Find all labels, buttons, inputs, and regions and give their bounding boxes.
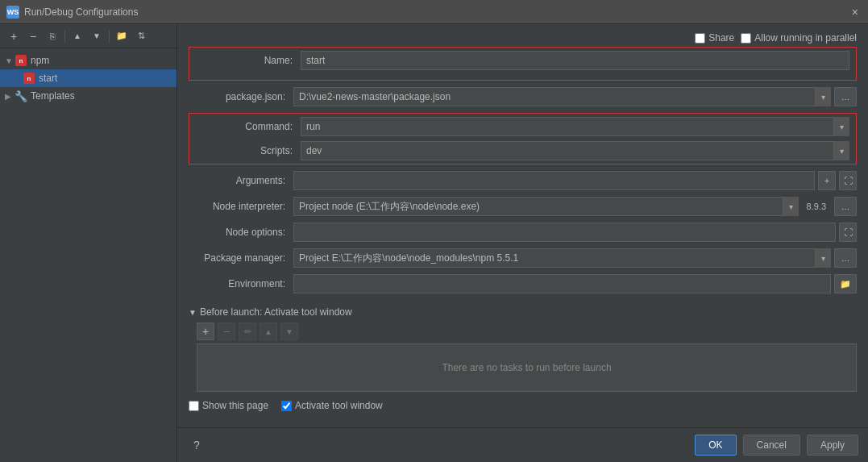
npm-group-label: npm bbox=[31, 55, 49, 66]
templates-expand-arrow: ▶ bbox=[5, 92, 15, 101]
show-page-checkbox-group: Show this page bbox=[189, 400, 268, 411]
command-form-row: Command: run install update test ▾ bbox=[196, 117, 849, 136]
show-page-label: Show this page bbox=[202, 400, 268, 411]
templates-label: Templates bbox=[31, 90, 75, 102]
command-control: run install update test ▾ bbox=[301, 117, 849, 136]
node-options-input[interactable] bbox=[293, 223, 836, 242]
right-content: Share Allow running in parallel Name: bbox=[177, 24, 868, 427]
scripts-form-row: Scripts: dev build test ▾ bbox=[196, 141, 849, 160]
before-launch-add-button[interactable]: + bbox=[197, 323, 214, 340]
start-label: start bbox=[39, 73, 57, 84]
before-launch-edit-button[interactable]: ✏ bbox=[239, 323, 256, 340]
npm-expand-arrow: ▼ bbox=[5, 56, 15, 65]
show-page-checkbox[interactable] bbox=[189, 401, 199, 411]
right-panel: Share Allow running in parallel Name: bbox=[177, 24, 868, 462]
scripts-label: Scripts: bbox=[196, 145, 301, 156]
arguments-expand-button[interactable]: + bbox=[818, 171, 836, 190]
package-manager-control: Project E:\工作内容\node\node_modules\npm 5.… bbox=[293, 248, 857, 268]
command-select[interactable]: run install update test bbox=[301, 117, 849, 136]
command-label: Command: bbox=[196, 121, 301, 132]
package-json-row: package.json: D:\vue2-news-master\packag… bbox=[189, 87, 857, 106]
allow-parallel-label: Allow running in parallel bbox=[754, 32, 857, 44]
no-tasks-message: There are no tasks to run before launch bbox=[197, 343, 857, 392]
toolbar-separator bbox=[64, 30, 65, 43]
tree-start-item[interactable]: n start bbox=[0, 69, 177, 87]
remove-config-button[interactable]: − bbox=[24, 27, 42, 45]
app-icon: WS bbox=[6, 6, 19, 19]
node-options-label: Node options: bbox=[189, 227, 293, 238]
package-json-control: D:\vue2-news-master\package.json ▾ … bbox=[293, 87, 857, 106]
share-checkbox-group: Share bbox=[695, 32, 734, 44]
help-button[interactable]: ? bbox=[187, 435, 206, 455]
node-interpreter-select-wrapper: Project node (E:\工作内容\node\node.exe) ▾ bbox=[293, 197, 799, 216]
node-version-label: 8.9.3 bbox=[802, 202, 831, 211]
scripts-select-wrapper: dev build test ▾ bbox=[301, 141, 849, 160]
close-button[interactable]: × bbox=[849, 6, 862, 19]
sort-button[interactable]: ⇅ bbox=[132, 27, 150, 45]
environment-control: 📁 bbox=[293, 274, 857, 293]
left-toolbar: + − ⎘ ▲ ▼ 📁 ⇅ bbox=[0, 24, 177, 48]
arguments-input[interactable] bbox=[293, 171, 815, 190]
ok-button[interactable]: OK bbox=[695, 435, 736, 456]
share-row: Share Allow running in parallel bbox=[189, 32, 857, 44]
scripts-control: dev build test ▾ bbox=[301, 141, 849, 160]
tree-templates-item[interactable]: ▶ 🔧 Templates bbox=[0, 87, 177, 105]
start-npm-icon: n bbox=[23, 72, 35, 85]
config-tree: ▼ n npm n start ▶ 🔧 Templat bbox=[0, 48, 177, 462]
package-manager-row: Package manager: Project E:\工作内容\node\no… bbox=[189, 248, 857, 268]
before-launch-collapse-arrow[interactable]: ▼ bbox=[189, 308, 197, 317]
package-manager-label: Package manager: bbox=[189, 252, 293, 264]
scripts-select[interactable]: dev build test bbox=[301, 141, 849, 160]
before-launch-up-button[interactable]: ▲ bbox=[260, 323, 277, 340]
allow-parallel-checkbox-group: Allow running in parallel bbox=[741, 32, 857, 44]
command-select-wrapper: run install update test ▾ bbox=[301, 117, 849, 136]
name-section: Name: bbox=[189, 47, 857, 81]
node-interpreter-browse-button[interactable]: … bbox=[834, 197, 857, 216]
package-json-select[interactable]: D:\vue2-news-master\package.json bbox=[293, 87, 831, 106]
arguments-control: + ⛶ bbox=[293, 171, 857, 190]
node-interpreter-control: Project node (E:\工作内容\node\node.exe) ▾ 8… bbox=[293, 197, 857, 216]
move-up-button[interactable]: ▲ bbox=[69, 27, 86, 45]
name-input[interactable] bbox=[301, 51, 849, 70]
node-options-row: Node options: ⛶ bbox=[189, 223, 857, 242]
apply-button[interactable]: Apply bbox=[807, 435, 858, 456]
add-folder-button[interactable]: 📁 bbox=[113, 27, 131, 45]
package-json-browse-button[interactable]: … bbox=[834, 87, 857, 106]
name-label: Name: bbox=[196, 55, 301, 66]
dialog-content: + − ⎘ ▲ ▼ 📁 ⇅ ▼ n npm bbox=[0, 24, 868, 462]
package-manager-browse-button[interactable]: … bbox=[834, 248, 857, 268]
before-launch-remove-button[interactable]: − bbox=[218, 323, 235, 340]
environment-input[interactable] bbox=[293, 274, 831, 293]
dialog-footer: ? OK Cancel Apply bbox=[177, 427, 868, 462]
cancel-button[interactable]: Cancel bbox=[743, 435, 800, 456]
activate-tool-checkbox-group: Activate tool window bbox=[281, 400, 383, 411]
name-control bbox=[301, 51, 849, 70]
share-label: Share bbox=[708, 32, 734, 44]
activate-tool-label: Activate tool window bbox=[295, 400, 383, 411]
node-interpreter-select[interactable]: Project node (E:\工作内容\node\node.exe) bbox=[293, 197, 799, 216]
package-manager-select-wrapper: Project E:\工作内容\node\node_modules\npm 5.… bbox=[293, 248, 831, 268]
run-debug-dialog: WS Run/Debug Configurations × + − ⎘ ▲ ▼ … bbox=[0, 0, 868, 462]
activate-tool-checkbox[interactable] bbox=[281, 401, 292, 411]
environment-browse-button[interactable]: 📁 bbox=[834, 274, 857, 293]
node-options-control: ⛶ bbox=[293, 223, 857, 242]
before-launch-header: ▼ Before launch: Activate tool window bbox=[189, 306, 857, 318]
node-options-expand-button[interactable]: ⛶ bbox=[839, 223, 857, 242]
package-json-select-wrapper: D:\vue2-news-master\package.json ▾ bbox=[293, 87, 831, 106]
before-launch-section: ▼ Before launch: Activate tool window + … bbox=[189, 306, 857, 392]
allow-parallel-checkbox[interactable] bbox=[741, 33, 751, 44]
tree-npm-group[interactable]: ▼ n npm bbox=[0, 52, 177, 69]
bottom-checkboxes: Show this page Activate tool window bbox=[189, 400, 857, 411]
arguments-fullscreen-button[interactable]: ⛶ bbox=[839, 171, 857, 190]
before-launch-down-button[interactable]: ▼ bbox=[280, 323, 298, 340]
add-config-button[interactable]: + bbox=[5, 27, 23, 45]
copy-config-button[interactable]: ⎘ bbox=[44, 27, 61, 45]
dialog-title: Run/Debug Configurations bbox=[24, 6, 138, 18]
templates-folder-icon: 🔧 bbox=[15, 90, 27, 102]
title-bar: WS Run/Debug Configurations × bbox=[0, 0, 868, 24]
move-down-button[interactable]: ▼ bbox=[88, 27, 106, 45]
left-panel: + − ⎘ ▲ ▼ 📁 ⇅ ▼ n npm bbox=[0, 24, 177, 462]
package-manager-select[interactable]: Project E:\工作内容\node\node_modules\npm 5.… bbox=[293, 248, 831, 268]
node-interpreter-label: Node interpreter: bbox=[189, 201, 293, 212]
share-checkbox[interactable] bbox=[695, 33, 705, 44]
